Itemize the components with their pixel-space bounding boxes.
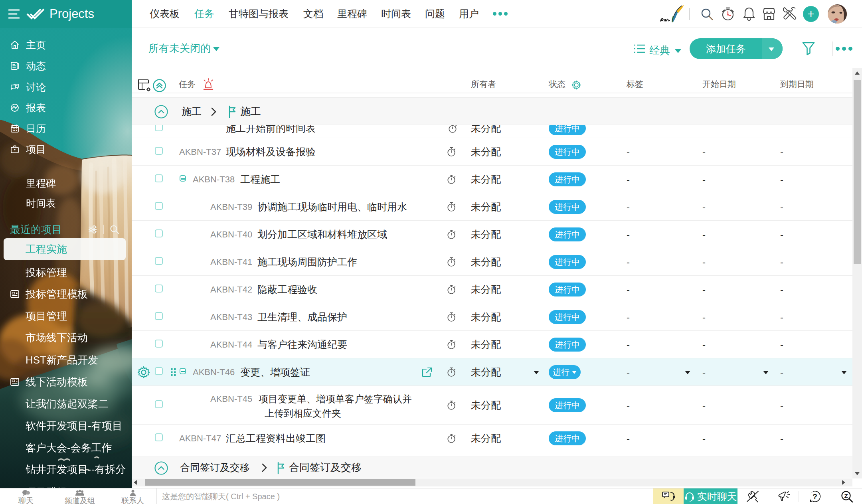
svg-text:Z: Z <box>844 492 848 499</box>
svg-text:?: ? <box>813 492 817 501</box>
